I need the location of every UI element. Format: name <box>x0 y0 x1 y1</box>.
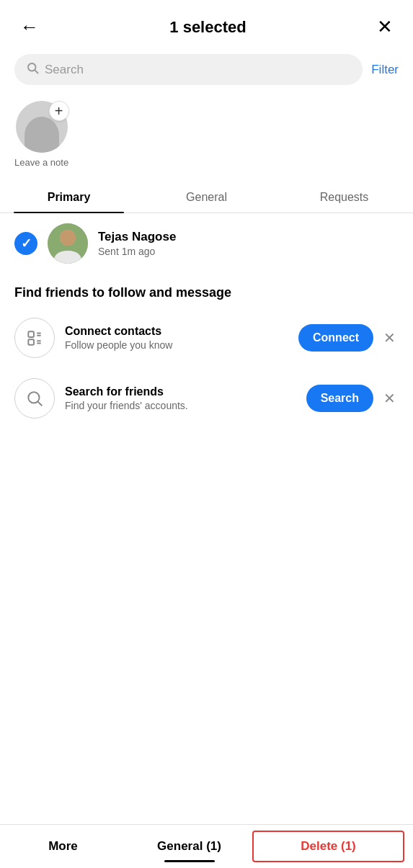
message-time: Sent 1m ago <box>98 246 399 257</box>
bottom-bar: More General (1) Delete (1) <box>0 824 413 868</box>
story-avatar-wrapper: + Leave a note <box>14 101 68 168</box>
back-button[interactable]: ← <box>14 13 45 41</box>
search-friends-info: Search for friends Find your friends' ac… <box>65 385 296 411</box>
filter-button[interactable]: Filter <box>371 63 399 77</box>
search-icon <box>26 61 39 78</box>
tabs-container: Primary General Requests <box>0 182 413 213</box>
dismiss-search-button[interactable]: ✕ <box>381 387 399 410</box>
sender-name: Tejas Nagose <box>98 230 399 244</box>
check-icon: ✓ <box>21 236 32 251</box>
connect-button[interactable]: Connect <box>298 324 373 352</box>
connect-contacts-actions: Connect ✕ <box>298 324 399 352</box>
search-bar[interactable]: Search <box>14 54 363 85</box>
search-placeholder-text: Search <box>45 63 84 77</box>
connect-contacts-title: Connect contacts <box>65 325 288 338</box>
connect-contacts-info: Connect contacts Follow people you know <box>65 325 288 351</box>
search-friends-actions: Search ✕ <box>306 385 399 412</box>
message-info: Tejas Nagose Sent 1m ago <box>98 230 399 257</box>
story-label: Leave a note <box>14 157 68 168</box>
general-button[interactable]: General (1) <box>126 825 252 868</box>
tab-requests[interactable]: Requests <box>275 182 413 212</box>
delete-button[interactable]: Delete (1) <box>252 831 404 862</box>
page-title: 1 selected <box>169 18 246 37</box>
search-button[interactable]: Search <box>306 385 373 412</box>
svg-rect-6 <box>28 339 34 345</box>
story-area: + Leave a note <box>0 91 413 178</box>
tab-primary[interactable]: Primary <box>0 182 138 212</box>
header: ← 1 selected ✕ <box>0 0 413 48</box>
selection-checkbox[interactable]: ✓ <box>14 232 37 255</box>
add-note-button[interactable]: + <box>49 101 69 121</box>
message-item[interactable]: ✓ Tejas Nagose Sent 1m ago <box>0 213 413 274</box>
svg-line-1 <box>35 70 37 73</box>
connect-contacts-icon <box>14 318 55 358</box>
avatar-silhouette <box>25 117 59 153</box>
find-friends-title: Find friends to follow and message <box>0 274 413 308</box>
tab-general[interactable]: General <box>138 182 275 212</box>
svg-line-8 <box>37 401 41 405</box>
search-friends-card: Search for friends Find your friends' ac… <box>0 368 413 429</box>
avatar <box>48 223 88 264</box>
search-friends-icon <box>14 378 55 419</box>
more-button[interactable]: More <box>0 825 126 868</box>
search-bar-container: Search Filter <box>0 48 413 91</box>
connect-contacts-subtitle: Follow people you know <box>65 339 288 351</box>
close-button[interactable]: ✕ <box>371 13 399 41</box>
svg-rect-5 <box>28 331 34 337</box>
search-friends-title: Search for friends <box>65 385 296 398</box>
svg-point-4 <box>60 230 76 246</box>
connect-contacts-card: Connect contacts Follow people you know … <box>0 308 413 368</box>
dismiss-connect-button[interactable]: ✕ <box>381 326 399 349</box>
search-friends-subtitle: Find your friends' accounts. <box>65 400 296 411</box>
